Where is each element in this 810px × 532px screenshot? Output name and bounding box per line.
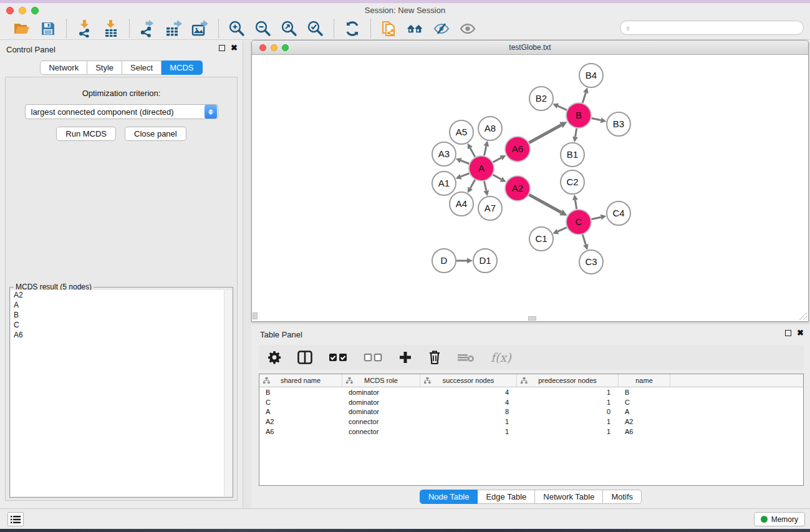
table-cell[interactable]: 1 bbox=[420, 418, 517, 425]
tab-network[interactable]: Network bbox=[40, 60, 87, 75]
network-graph[interactable]: B4B2BB3A5A8A6B1A3AC2A1A2A4A7C4CC1DD1C3 bbox=[253, 56, 809, 322]
columns-icon[interactable] bbox=[297, 349, 312, 365]
tab-style[interactable]: Style bbox=[87, 60, 122, 75]
list-item[interactable]: A2 bbox=[11, 290, 232, 300]
zoom-in-icon[interactable] bbox=[228, 20, 246, 37]
zoom-selected-icon[interactable] bbox=[306, 20, 325, 37]
table-cell[interactable]: dominator bbox=[342, 389, 420, 396]
table-row[interactable]: Cdominator41C bbox=[259, 397, 803, 407]
graph-edge[interactable] bbox=[582, 93, 586, 103]
graph-edge[interactable] bbox=[461, 160, 469, 163]
close-panel-icon[interactable]: ✖ bbox=[231, 45, 238, 51]
list-item[interactable]: A6 bbox=[11, 330, 232, 340]
close-network-window-button[interactable] bbox=[259, 44, 266, 51]
table-cell[interactable]: 4 bbox=[420, 399, 517, 406]
gear-icon[interactable] bbox=[268, 349, 281, 365]
maximize-network-window-button[interactable] bbox=[282, 44, 289, 51]
table-cell[interactable]: A6 bbox=[259, 428, 342, 435]
graph-edge[interactable] bbox=[575, 200, 576, 210]
tab-network-table[interactable]: Network Table bbox=[535, 490, 603, 504]
graph-edge[interactable] bbox=[557, 106, 566, 110]
run-mcds-button[interactable]: Run MCDS bbox=[56, 127, 116, 141]
maximize-window-button[interactable] bbox=[31, 7, 39, 14]
select-all-icon[interactable] bbox=[329, 349, 347, 365]
function-builder-icon[interactable]: f(x) bbox=[491, 349, 511, 365]
canvas-left-handle[interactable] bbox=[253, 312, 258, 319]
table-cell[interactable]: 1 bbox=[517, 428, 619, 435]
list-item[interactable]: C bbox=[11, 320, 232, 330]
table-cell[interactable]: 1 bbox=[517, 389, 619, 396]
optimization-criterion-dropdown[interactable]: largest connected component (directed) bbox=[25, 104, 218, 119]
col-predecessor-nodes[interactable]: predecessor nodes bbox=[517, 374, 619, 387]
table-cell[interactable]: 4 bbox=[420, 389, 517, 396]
search-input[interactable] bbox=[630, 24, 803, 32]
table-row[interactable]: A6connector11A6 bbox=[259, 427, 803, 437]
table-cell[interactable]: 1 bbox=[420, 428, 517, 435]
float-table-panel-icon[interactable] bbox=[785, 330, 791, 336]
tab-motifs[interactable]: Motifs bbox=[603, 490, 642, 504]
hide-panel-eye-slash-icon[interactable] bbox=[432, 20, 451, 37]
col-successor-nodes[interactable]: successor nodes bbox=[420, 374, 517, 387]
graph-edge[interactable] bbox=[493, 158, 501, 162]
canvas-bottom-handle[interactable] bbox=[528, 316, 536, 321]
table-cell[interactable]: A2 bbox=[619, 418, 670, 425]
import-network-icon[interactable] bbox=[75, 20, 94, 37]
node-table[interactable]: shared name MCDS role successor nodes pr… bbox=[259, 374, 804, 486]
graph-edge[interactable] bbox=[529, 125, 561, 142]
graph-edge[interactable] bbox=[484, 146, 486, 155]
table-cell[interactable]: A bbox=[259, 408, 342, 415]
graph-edge[interactable] bbox=[470, 148, 475, 157]
list-item[interactable]: B bbox=[11, 310, 232, 320]
table-cell[interactable]: connector bbox=[342, 418, 420, 425]
export-network-icon[interactable] bbox=[138, 20, 157, 37]
scrollbar-track[interactable] bbox=[224, 290, 232, 496]
table-cell[interactable]: B bbox=[619, 389, 670, 396]
table-row[interactable]: A2connector11A2 bbox=[259, 417, 803, 427]
col-mcds-role[interactable]: MCDS role bbox=[342, 374, 420, 387]
task-history-button[interactable] bbox=[7, 512, 24, 526]
col-name[interactable]: name bbox=[619, 374, 670, 387]
new-network-from-selection-icon[interactable] bbox=[380, 20, 398, 37]
graph-edge[interactable] bbox=[592, 217, 601, 219]
tab-node-table[interactable]: Node Table bbox=[420, 490, 478, 504]
table-body[interactable]: Bdominator41BCdominator41CAdominator80AA… bbox=[259, 387, 803, 436]
close-window-button[interactable] bbox=[6, 7, 14, 14]
add-column-icon[interactable] bbox=[398, 349, 412, 365]
search-box[interactable]: ⌕ bbox=[620, 21, 804, 35]
graph-edge[interactable] bbox=[592, 118, 601, 120]
window-controls[interactable] bbox=[6, 7, 39, 14]
float-panel-icon[interactable] bbox=[219, 45, 225, 51]
delete-icon[interactable] bbox=[428, 349, 441, 365]
table-cell[interactable]: 1 bbox=[517, 399, 619, 406]
import-table-icon[interactable] bbox=[102, 20, 120, 37]
table-cell[interactable]: B bbox=[259, 389, 342, 396]
network-window-controls[interactable] bbox=[259, 44, 289, 51]
col-shared-name[interactable]: shared name bbox=[259, 374, 342, 387]
graph-edge[interactable] bbox=[582, 235, 586, 244]
graph-edge[interactable] bbox=[484, 181, 486, 191]
deselect-all-icon[interactable] bbox=[364, 349, 382, 365]
close-table-panel-icon[interactable]: ✖ bbox=[797, 330, 804, 336]
tab-select[interactable]: Select bbox=[122, 60, 162, 75]
delete-table-icon[interactable] bbox=[457, 349, 475, 365]
table-row[interactable]: Adominator80A bbox=[259, 407, 803, 417]
refresh-icon[interactable] bbox=[343, 20, 362, 37]
open-file-icon[interactable] bbox=[12, 20, 31, 37]
minimize-network-window-button[interactable] bbox=[271, 44, 277, 51]
graph-edge[interactable] bbox=[529, 195, 561, 212]
export-image-icon[interactable] bbox=[191, 20, 210, 37]
save-session-icon[interactable] bbox=[39, 20, 57, 37]
table-cell[interactable]: A2 bbox=[259, 418, 342, 425]
graph-edge[interactable] bbox=[470, 180, 475, 188]
list-item[interactable]: A bbox=[11, 300, 232, 310]
table-cell[interactable]: A6 bbox=[619, 428, 670, 435]
close-panel-button[interactable]: Close panel bbox=[125, 127, 186, 141]
tab-mcds[interactable]: MCDS bbox=[162, 60, 202, 75]
table-cell[interactable]: dominator bbox=[342, 399, 420, 406]
network-overview-icon[interactable] bbox=[406, 20, 425, 37]
export-table-icon[interactable] bbox=[165, 20, 183, 37]
table-row[interactable]: Bdominator41B bbox=[259, 387, 803, 397]
graph-edge[interactable] bbox=[493, 175, 501, 179]
graph-edge[interactable] bbox=[576, 128, 577, 137]
table-cell[interactable]: 8 bbox=[420, 408, 517, 415]
